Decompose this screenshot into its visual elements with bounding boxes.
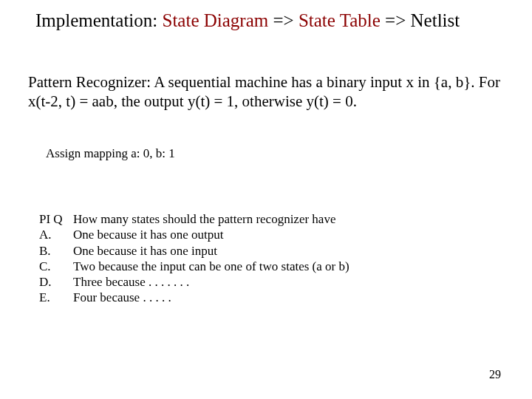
mapping-text: Assign mapping a: 0, b: 1	[46, 146, 175, 161]
question-option: A. One because it has one output	[39, 227, 349, 242]
option-label: D.	[39, 274, 73, 290]
option-label: B.	[39, 243, 73, 259]
option-label: E.	[39, 290, 73, 305]
page-number: 29	[489, 368, 501, 381]
question-block: PI Q How many states should the pattern …	[39, 211, 349, 306]
question-prompt-text: How many states should the pattern recog…	[73, 211, 335, 227]
question-prompt-row: PI Q How many states should the pattern …	[39, 211, 349, 227]
title-part5: => Netlist	[381, 10, 460, 30]
slide-title: Implementation: State Diagram => State T…	[35, 10, 460, 31]
option-text: Two because the input can be one of two …	[73, 259, 349, 274]
question-option: D. Three because . . . . . . .	[39, 274, 349, 290]
title-part1: Implementation:	[35, 10, 162, 30]
option-label: A.	[39, 227, 73, 242]
option-label: C.	[39, 259, 73, 274]
title-part4: State Table	[299, 10, 381, 30]
title-part2: State Diagram	[162, 10, 268, 30]
question-option: C. Two because the input can be one of t…	[39, 259, 349, 274]
slide: Implementation: State Diagram => State T…	[0, 0, 532, 399]
question-option: B. One because it has one input	[39, 243, 349, 259]
option-text: One because it has one output	[73, 227, 223, 242]
question-option: E. Four because . . . . .	[39, 290, 349, 305]
option-text: Four because . . . . .	[73, 290, 171, 305]
question-prompt-label: PI Q	[39, 211, 73, 227]
title-part3: =>	[268, 10, 299, 30]
option-text: Three because . . . . . . .	[73, 274, 189, 290]
body-text: Pattern Recognizer: A sequential machine…	[28, 72, 501, 112]
option-text: One because it has one input	[73, 243, 217, 259]
